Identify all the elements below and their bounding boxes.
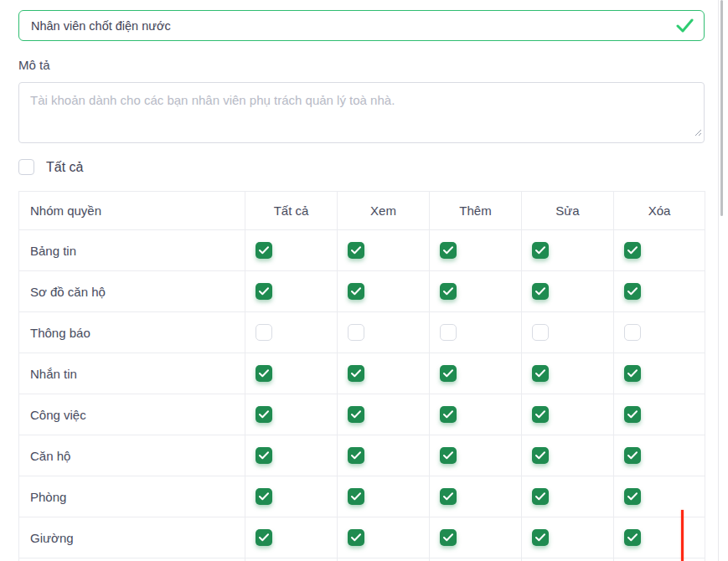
checkmark-icon [535, 369, 545, 378]
permission-checkbox[interactable] [624, 488, 641, 505]
checkmark-icon [443, 246, 453, 255]
permission-cell [614, 394, 705, 435]
permission-checkbox[interactable] [440, 283, 457, 300]
permission-checkbox[interactable] [532, 242, 549, 259]
permission-checkbox[interactable] [624, 242, 641, 259]
permission-cell [245, 435, 338, 476]
table-row: Căn hộ [19, 435, 705, 476]
checkmark-icon [259, 533, 269, 542]
column-header-5: Xóa [614, 192, 705, 230]
permission-checkbox[interactable] [348, 365, 364, 382]
permission-checkbox[interactable] [624, 324, 641, 341]
checkmark-icon [535, 451, 545, 460]
permission-checkbox[interactable] [440, 324, 457, 341]
table-row: Công việc [19, 394, 705, 435]
permission-checkbox[interactable] [532, 406, 549, 423]
permission-cell [430, 271, 522, 312]
permission-checkbox[interactable] [532, 365, 549, 382]
checkmark-icon [443, 410, 453, 419]
permission-checkbox[interactable] [532, 447, 549, 464]
column-header-0: Nhóm quyền [19, 192, 245, 230]
permission-checkbox[interactable] [624, 529, 641, 546]
scrollbar-track [718, 0, 719, 561]
permission-cell [430, 230, 522, 271]
permission-cell [430, 394, 522, 435]
checkmark-icon [535, 492, 545, 501]
row-label: Thông báo [19, 312, 245, 353]
permission-checkbox[interactable] [440, 529, 457, 546]
permission-cell [338, 271, 430, 312]
permission-checkbox[interactable] [440, 488, 457, 505]
permission-cell [430, 312, 522, 353]
permission-checkbox[interactable] [532, 529, 549, 546]
red-annotation-line [681, 510, 684, 561]
row-label: Giường [19, 517, 245, 558]
permission-checkbox[interactable] [532, 324, 549, 341]
permissions-table: Nhóm quyềnTất cảXemThêmSửaXóa Bảng tinSơ… [18, 191, 705, 561]
permission-cell [522, 353, 614, 394]
permission-checkbox[interactable] [440, 365, 457, 382]
table-row: Sơ đồ căn hộ [19, 271, 705, 312]
permission-cell [245, 394, 338, 435]
description-textarea[interactable] [18, 82, 705, 143]
permission-checkbox[interactable] [624, 447, 641, 464]
checkmark-icon [627, 533, 638, 542]
scrollbar-thumb[interactable] [720, 0, 723, 216]
checkmark-icon [259, 369, 269, 378]
checkmark-icon [443, 451, 453, 460]
checkmark-icon [535, 410, 545, 419]
select-all-row: Tất cả [18, 159, 83, 175]
checkmark-icon [627, 246, 638, 255]
permission-cell [522, 230, 614, 271]
permission-cell [522, 517, 614, 558]
checkmark-icon [627, 492, 638, 501]
select-all-checkbox[interactable] [18, 159, 34, 175]
permission-cell [614, 312, 705, 353]
permission-cell [614, 271, 705, 312]
checkmark-icon [535, 246, 545, 255]
permission-checkbox[interactable] [532, 283, 549, 300]
permission-checkbox[interactable] [348, 283, 364, 300]
role-name-input[interactable] [19, 11, 676, 40]
permission-checkbox[interactable] [624, 283, 641, 300]
checkmark-icon [627, 369, 638, 378]
row-label: Căn hộ [19, 435, 245, 476]
permission-checkbox[interactable] [624, 365, 641, 382]
checkmark-icon [351, 533, 361, 542]
permission-checkbox[interactable] [256, 242, 272, 259]
permission-cell [614, 476, 705, 517]
permission-checkbox[interactable] [256, 488, 272, 505]
permission-checkbox[interactable] [348, 447, 364, 464]
permission-checkbox[interactable] [256, 447, 272, 464]
checkmark-icon [627, 410, 638, 419]
permission-cell [614, 558, 705, 561]
permission-cell [430, 517, 522, 558]
permission-checkbox[interactable] [256, 283, 272, 300]
permission-checkbox[interactable] [256, 529, 272, 546]
permission-checkbox[interactable] [624, 406, 641, 423]
permission-cell [614, 435, 705, 476]
permission-cell [338, 394, 430, 435]
permission-cell [430, 558, 522, 561]
permission-checkbox[interactable] [348, 529, 364, 546]
permission-checkbox[interactable] [256, 324, 272, 341]
permission-checkbox[interactable] [532, 488, 549, 505]
checkmark-icon [351, 492, 361, 501]
permission-checkbox[interactable] [440, 406, 457, 423]
permission-checkbox[interactable] [348, 488, 364, 505]
checkmark-icon [351, 451, 361, 460]
permission-checkbox[interactable] [440, 447, 457, 464]
checkmark-icon [351, 246, 361, 255]
permission-cell [614, 230, 705, 271]
permission-checkbox[interactable] [348, 406, 364, 423]
permission-checkbox[interactable] [256, 365, 272, 382]
permission-cell [338, 312, 430, 353]
permission-checkbox[interactable] [256, 406, 272, 423]
permission-cell [430, 476, 522, 517]
row-label: Sơ đồ căn hộ [19, 271, 245, 312]
permission-checkbox[interactable] [440, 242, 457, 259]
permission-checkbox[interactable] [348, 324, 364, 341]
permission-checkbox[interactable] [348, 242, 364, 259]
permission-cell [338, 476, 430, 517]
checkmark-icon [443, 533, 453, 542]
